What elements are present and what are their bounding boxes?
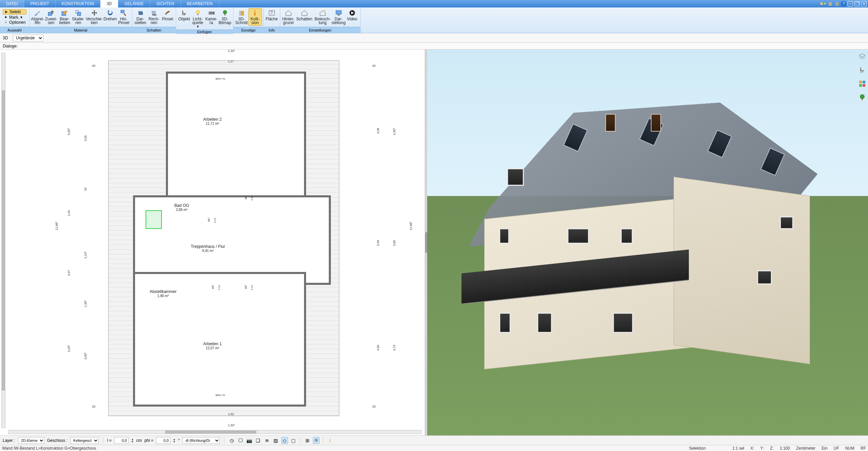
einfuegen-3d-bitmap[interactable]: 3D-Bitmap [218,8,232,26]
status-selektion: Selektion [689,446,706,451]
hatch-icon[interactable]: ▨ [272,437,279,444]
tab-gelaende[interactable]: GELÄNDE [118,0,150,7]
dim-li-a: 3,09⁵ [84,352,87,360]
material-bearbeiten[interactable]: Bear-beiten [58,8,72,26]
geschoss-select[interactable]: Kellergesch [70,437,99,444]
svg-rect-22 [863,84,865,87]
dim-door-d2: 2,11 [250,285,253,290]
einfuegen-objekt[interactable]: Objekt [177,8,191,26]
layers-icon[interactable] [858,52,867,61]
tab-sichten[interactable]: SICHTEN [150,0,181,7]
pane-2d[interactable]: Arbeiten 211,71 m² Bad OG2,89 m² Treppen… [0,50,425,435]
view3d-canvas[interactable] [427,50,868,435]
brush-icon [119,9,128,17]
svg-point-23 [860,94,865,99]
help-icon[interactable]: ? [841,1,846,6]
auswahl-selekt[interactable]: ➤Selekt [3,9,26,15]
cube-icon[interactable]: ▢ [290,437,297,444]
einst-video[interactable]: Video [345,8,359,26]
tools-icon[interactable]: ✖✦ [820,1,826,6]
svg-rect-17 [338,15,340,16]
schatten-pinsel[interactable]: Pinsel [161,8,174,26]
scrollbar-v-2d[interactable] [1,53,5,428]
ribbon-caption-info: Info [264,27,280,33]
clock-icon[interactable]: ◷ [228,437,235,444]
app-icon-2[interactable]: ▥ [834,1,839,6]
selected-window[interactable] [146,210,162,229]
material-abgreifen[interactable]: Abgrei-fen [31,8,44,26]
dim-right-a: 4,73 [393,345,396,351]
auswahl-optionen-label: Optionen [9,20,26,25]
info-small-icon[interactable]: i [327,437,334,444]
lbl: Objekt [178,17,190,21]
minimize-icon[interactable]: ‒ [848,1,853,6]
einst-darstellung[interactable]: Dar-stellung [332,8,345,26]
mark-icon: ✦ [3,15,8,20]
scrollbar-thumb-h[interactable] [165,431,256,433]
status-y: Y: [760,446,764,451]
monitor-small-icon[interactable]: 🖵 [237,437,244,444]
terrain-select[interactable]: Urgelände [13,35,43,41]
sonstige-3d-schnitt[interactable]: 3D-Schnitt [235,8,248,26]
schatten-rechnen[interactable]: Rech-nen [147,8,161,26]
einfuegen-kamera[interactable]: Kame-ra [205,8,218,26]
tree-side-icon[interactable] [858,93,867,102]
scrollbar-thumb-v[interactable] [2,91,5,390]
tab-3d[interactable]: 3D [100,0,118,7]
auswahl-mark[interactable]: ✦Mark.▾ [3,15,26,20]
door-upper-1 [605,114,616,132]
scrollbar-h-2d[interactable] [8,430,421,434]
app-icon-1[interactable]: ▦ [827,1,833,6]
tab-bearbeiten[interactable]: BEARBEITEN [181,0,219,7]
close-icon[interactable]: ✕ [861,1,867,6]
einfuegen-lichtquelle[interactable]: Licht-quelle ▾ [191,8,205,30]
sonstige-kollision[interactable]: Kolli-sion [248,8,262,26]
richtung-select[interactable]: dl (Richtung/Di [183,437,220,444]
lbl: Bitmap [219,20,231,25]
auswahl-optionen[interactable]: +Optionen [3,20,26,25]
layers-small-icon[interactable]: ❏ [255,437,262,444]
grid-icon[interactable]: ⊞ [304,437,311,444]
material-drehen[interactable]: Drehen [103,8,117,26]
chair-icon[interactable] [858,66,867,75]
svg-rect-19 [859,81,862,83]
tab-konstruktion[interactable]: KONSTRUKTION [56,0,100,7]
material-hin-pinsel[interactable]: Hin.Pinsel [117,8,131,26]
ribbon-group-auswahl: ➤Selekt ✦Mark.▾ +Optionen Auswahl [0,7,30,33]
lbl: ra [209,20,213,25]
room-treppenhaus: Treppenhaus / Flur9,41 m² [191,244,225,253]
einst-hintergrund[interactable]: Hinter-grund [282,8,295,26]
l-input[interactable] [114,437,129,444]
brush2-icon [163,9,172,17]
status-bar: Wand IW-Bestand L=Konstruktion G=Oberges… [0,445,868,451]
dim-top-a: 1,32⁵ [228,50,235,53]
stack-icon[interactable]: ≋ [264,437,270,444]
pane-3d[interactable] [427,50,868,435]
tab-projekt[interactable]: PROJEKT [24,0,55,7]
lbl: sion [251,20,259,25]
north-icon[interactable]: Ⓝ [313,437,320,444]
dim-bot-a: 1,52 [228,412,234,416]
rhombus-icon[interactable]: ◇ [281,437,288,444]
plan-canvas[interactable]: Arbeiten 211,71 m² Bad OG2,89 m² Treppen… [10,53,421,427]
l-stepper[interactable]: ▲▼ [131,438,134,443]
status-x: X: [750,446,754,451]
restore-icon[interactable]: ❐ [854,1,860,6]
phi-input[interactable] [156,437,170,444]
tab-datei[interactable]: DATEI [0,0,24,7]
palette-icon[interactable] [858,79,867,88]
layer-select[interactable]: 2D-Elemen [18,437,44,444]
tree-icon [221,9,229,17]
camera-small-icon[interactable]: 📷 [246,437,253,444]
einst-schatten[interactable]: Schatten [295,8,314,26]
window-controls: ✖✦ ▦ ▥ ? ‒ ❐ ✕ [819,0,868,7]
ribbon-group-schatten: Dar-stellen Rech-nen Pinsel Schatten [132,7,176,33]
schatten-darstellen[interactable]: Dar-stellen [134,8,147,26]
material-zuweisen[interactable]: Zuwei-sen [44,8,58,26]
material-skalieren[interactable]: Skalie-ren [72,8,85,26]
dim-left-a: 3,26⁵ [67,345,71,352]
material-verschieben[interactable]: Verschie-ben [85,8,103,26]
einst-beleuchtung[interactable]: Beleuch-tung [314,8,332,26]
phi-stepper[interactable]: ▲▼ [173,438,175,443]
info-flaeche[interactable]: ?Fläche [265,8,279,26]
